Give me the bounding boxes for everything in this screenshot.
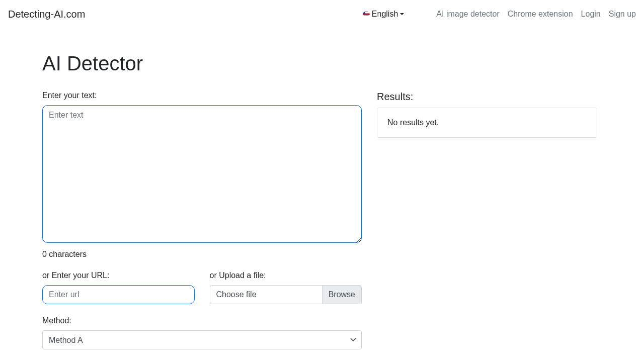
language-label: English [372,10,398,19]
nav-link-login[interactable]: Login [581,10,601,19]
nav-link-signup[interactable]: Sign up [609,10,636,19]
right-column: Results: No results yet. [377,91,597,349]
results-body: No results yet. [387,118,439,127]
file-input-col: or Upload a file: Choose file Browse [210,271,362,304]
brand-link[interactable]: Detecting-AI.com [8,9,85,20]
main-row: Enter your text: 0 characters or Enter y… [42,91,602,349]
language-dropdown[interactable]: English [363,10,404,19]
text-input-label: Enter your text: [42,91,362,100]
method-section: Method: Method A [42,316,362,349]
file-input-label: or Upload a file: [210,271,362,280]
nav-link-chrome-extension[interactable]: Chrome extension [508,10,573,19]
method-label: Method: [42,316,362,325]
nav-links: AI image detector Chrome extension Login… [436,10,636,19]
left-column: Enter your text: 0 characters or Enter y… [42,91,362,349]
method-select[interactable]: Method A [42,330,362,349]
character-count: 0 characters [42,250,362,259]
url-input[interactable] [42,285,195,304]
browse-button[interactable]: Browse [322,286,361,304]
url-input-col: or Enter your URL: [42,271,195,304]
page-title: AI Detector [42,52,602,75]
file-placeholder: Choose file [210,286,322,304]
url-input-label: or Enter your URL: [42,271,195,280]
results-title: Results: [377,91,597,103]
navbar: Detecting-AI.com English AI image detect… [0,0,644,28]
input-row: or Enter your URL: or Upload a file: Cho… [42,271,362,304]
main-container: AI Detector Enter your text: 0 character… [0,28,644,349]
nav-link-image-detector[interactable]: AI image detector [436,10,499,19]
text-input[interactable] [42,105,362,243]
flag-us-icon [363,12,370,17]
chevron-down-icon [400,13,404,15]
results-card: No results yet. [377,108,597,138]
file-input[interactable]: Choose file Browse [210,285,362,304]
